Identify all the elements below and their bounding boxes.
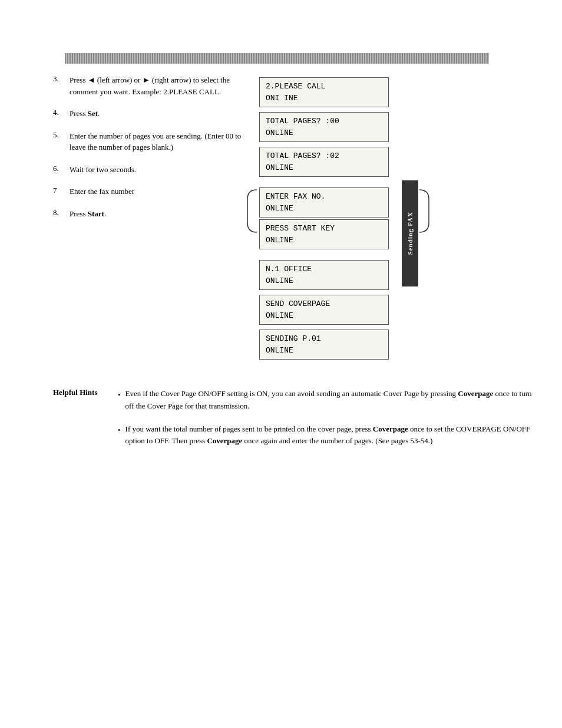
instruction-3: 3. Press ◄ (left arrow) or ► (right arro… [53, 74, 242, 97]
instruction-text-8: Press Start. [70, 208, 106, 220]
lcd-screen-6: N.1 OFFICE ONLINE [259, 260, 389, 290]
hint-bullet-2: • [118, 424, 121, 437]
lcd-screen-2: TOTAL PAGES? :00 ONLINE [259, 112, 389, 142]
instruction-7: 7 Enter the fax number [53, 186, 242, 197]
lcd4-line1: ENTER FAX NO. [266, 191, 382, 203]
lcd7-line1: SEND COVERPAGE [266, 298, 382, 310]
lcd8-line2: ONLINE [266, 345, 382, 357]
instruction-number-8: 8. [53, 208, 70, 218]
lcd-inner: 2.PLEASE CALL ONI INE TOTAL PAGES? :00 O… [259, 74, 418, 360]
instruction-text-3: Press ◄ (left arrow) or ► (right arrow) … [70, 74, 242, 97]
lcd8-line1: SENDING P.01 [266, 333, 382, 345]
lcd3-line2: ONLINE [266, 162, 382, 174]
lcd3-line1: TOTAL PAGES? :02 [266, 150, 382, 162]
lcd-screens-column: 2.PLEASE CALL ONI INE TOTAL PAGES? :00 O… [253, 74, 418, 364]
instruction-6: 6. Wait for two seconds. [53, 164, 242, 176]
sidebar-tab: Sending FAX [402, 180, 418, 286]
instruction-text-7: Enter the fax number [70, 186, 134, 197]
lcd-screen-8: SENDING P.01 ONLINE [259, 330, 389, 360]
lcd-screen-1: 2.PLEASE CALL ONI INE [259, 77, 389, 107]
bracket-svg [245, 187, 259, 235]
hint-item-2: • If you want the total number of pages … [118, 423, 533, 448]
page-container: 3. Press ◄ (left arrow) or ► (right arro… [0, 53, 562, 728]
lcd-screen-3: TOTAL PAGES? :02 ONLINE [259, 147, 389, 177]
instruction-number-5: 5. [53, 130, 70, 140]
hints-label: Helpful Hints [53, 388, 118, 458]
lcd2-line1: TOTAL PAGES? :00 [266, 116, 382, 127]
lcd5-line2: ONLINE [266, 235, 382, 246]
hints-content: • Even if the Cover Page ON/OFF setting … [118, 388, 533, 458]
hint-text-2: If you want the total number of pages se… [125, 423, 533, 448]
lcd-screen-5: PRESS START KEY ONLINE [259, 219, 389, 249]
instruction-number-6: 6. [53, 164, 70, 173]
sidebar-tab-text: Sending FAX [406, 212, 414, 255]
instruction-5: 5. Enter the number of pages you are sen… [53, 130, 242, 153]
lcd5-line1: PRESS START KEY [266, 223, 382, 235]
instruction-text-4: Press Set. [70, 108, 100, 120]
instruction-4: 4. Press Set. [53, 108, 242, 120]
lcd1-line1: 2.PLEASE CALL [266, 81, 382, 93]
instruction-text-6: Wait for two seconds. [70, 164, 136, 176]
hint-text-1: Even if the Cover Page ON/OFF setting is… [125, 388, 533, 413]
instructions-column: 3. Press ◄ (left arrow) or ► (right arro… [0, 74, 253, 364]
spacer-1 [259, 182, 418, 187]
top-decorative-bar [65, 53, 489, 64]
lcd6-line1: N.1 OFFICE [266, 263, 382, 275]
lcd-screen-4: ENTER FAX NO. ONLINE [259, 187, 389, 218]
lcd7-line2: ONLINE [266, 310, 382, 322]
instruction-number-4: 4. [53, 108, 70, 117]
lcd1-line2: ONI INE [266, 93, 382, 104]
lcd-screen-7: SEND COVERPAGE ONLINE [259, 295, 389, 325]
instruction-number-7: 7 [53, 186, 70, 195]
lcd6-line2: ONLINE [266, 275, 382, 287]
lcd2-line2: ONLINE [266, 127, 382, 139]
lcd4-line2: ONLINE [266, 203, 382, 215]
spacer-2 [259, 254, 418, 260]
helpful-hints-section: Helpful Hints • Even if the Cover Page O… [0, 388, 562, 458]
instruction-8: 8. Press Start. [53, 208, 242, 220]
hint-bullet-1: • [118, 389, 121, 401]
right-arrow-svg [417, 187, 435, 235]
instruction-text-5: Enter the number of pages you are sendin… [70, 130, 242, 153]
hint-item-1: • Even if the Cover Page ON/OFF setting … [118, 388, 533, 413]
bracket-group: ENTER FAX NO. ONLINE PRESS START KEY ONL… [259, 187, 418, 249]
content-area: 3. Press ◄ (left arrow) or ► (right arro… [0, 64, 562, 364]
instruction-number-3: 3. [53, 74, 70, 84]
